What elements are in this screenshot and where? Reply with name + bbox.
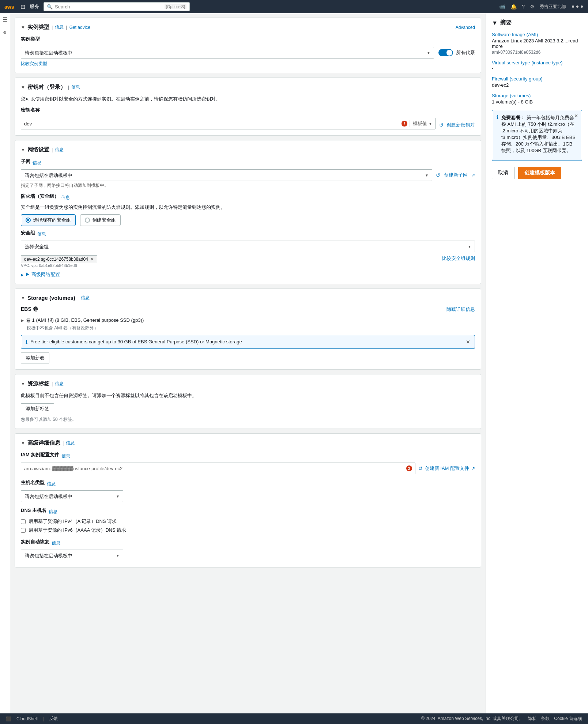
cancel-button[interactable]: 取消 — [492, 167, 514, 179]
bell-icon[interactable]: 🔔 — [510, 4, 517, 10]
hide-details-link[interactable]: 隐藏详细信息 — [446, 306, 475, 313]
summary-ami-link[interactable]: Software Image (AMI) — [492, 32, 538, 37]
compare-instance-link[interactable]: 比较实例类型 — [21, 61, 475, 67]
sg-tag-label: dev-ec2 sg-0cc1426758b38ad04 — [24, 257, 88, 262]
feedback-label[interactable]: 反馈 — [49, 716, 58, 722]
video-icon[interactable]: 📹 — [499, 4, 505, 10]
dns-info-link[interactable]: 信息 — [49, 509, 57, 515]
key-error-badge: ! — [402, 121, 407, 127]
nav-grid-icon[interactable]: ⊞ — [20, 3, 25, 10]
advanced-link[interactable]: Advanced — [456, 25, 475, 30]
instance-type-toggle[interactable]: ▼ — [21, 25, 25, 30]
radio-existing-sg[interactable]: 选择现有的安全组 — [21, 214, 76, 226]
dns-ipv6-checkbox[interactable] — [21, 528, 26, 533]
summary-vserver: Virtual server type (instance type) - — [492, 60, 582, 71]
volume-expand-icon[interactable]: ▶ — [21, 318, 24, 323]
question-icon[interactable]: ? — [522, 4, 525, 10]
hostname-info-link[interactable]: 信息 — [47, 481, 56, 487]
advanced-details-section: ▼ 高级详细信息 | 信息 IAM 实例配置文件 信息 2 — [15, 433, 481, 567]
sg-info-link[interactable]: 信息 — [37, 231, 46, 237]
summary-vserver-link[interactable]: Virtual server type (instance type) — [492, 60, 562, 65]
instance-type-field-label: 实例类型 — [21, 36, 40, 42]
storage-title: Storage (volumes) — [27, 295, 75, 301]
advanced-network-toggle[interactable]: ▶ ▶ 高级网络配置 — [21, 271, 475, 278]
free-tier-info-icon: ℹ — [497, 114, 498, 120]
hostname-label: 主机名类型 — [21, 479, 45, 486]
resource-tags-toggle[interactable]: ▼ — [21, 381, 25, 386]
search-bar[interactable]: 🔍 [Option+S] — [44, 2, 190, 11]
storage-banner-close-icon[interactable]: ✕ — [466, 339, 470, 345]
resource-tags-section: ▼ 资源标签 | 信息 此模板目前不包含任何资源标签。请添加一个资源标签以将其包… — [15, 374, 481, 429]
sidebar-toggle[interactable]: ☰ — [3, 16, 8, 23]
create-keypair-link[interactable]: 创建新密钥对 — [446, 122, 475, 128]
auto-recovery-select[interactable]: 请勿包括在启动模板中 — [21, 550, 123, 561]
summary-ami: Software Image (AMI) Amazon Linux 2023 A… — [492, 32, 582, 55]
free-tier-banner: ℹ 免费套餐： 第一年包括每月免费套餐 AMI 上的 750 小时 t2.mic… — [492, 110, 582, 161]
sg-tag-close-icon[interactable]: ✕ — [90, 257, 94, 262]
summary-storage-link[interactable]: Storage (volumes) — [492, 93, 531, 98]
network-info-link[interactable]: 信息 — [55, 147, 64, 153]
footer: ⬛ CloudShell | 反馈 © 2024, Amazon Web Ser… — [0, 713, 588, 724]
sg-select[interactable]: 选择安全组 — [21, 241, 475, 252]
resource-tags-info-link[interactable]: 信息 — [55, 381, 64, 387]
all-generation-label: 所有代系 — [456, 49, 475, 56]
sidebar-settings-icon[interactable]: ⚙ — [3, 30, 7, 35]
subnet-select[interactable]: 请勿包括在启动模板中 — [21, 169, 432, 181]
instance-type-section: ▼ 实例类型 | 信息 | Get advice Advanced 实例类型 — [15, 18, 481, 73]
summary-ami-id: ami-0730971bf8e0532d6 — [492, 50, 582, 55]
refresh-iam-icon[interactable]: ↺ — [418, 465, 423, 471]
key-pair-toggle[interactable]: ▼ — [21, 85, 25, 90]
form-area: ▼ 实例类型 | 信息 | Get advice Advanced 实例类型 — [10, 13, 486, 724]
chevron-right-icon: ▶ — [21, 273, 24, 277]
free-tier-body-text: 第一年包括每月免费套餐 AMI 上的 750 小时 t2.micro（在 t2.… — [501, 115, 576, 153]
radio-create-sg[interactable]: 创建安全组 — [80, 214, 121, 226]
iam-info-link[interactable]: 信息 — [61, 453, 70, 459]
instance-type-select[interactable]: 请勿包括在启动模板中 — [21, 47, 434, 59]
gear-icon[interactable]: ⚙ — [530, 4, 535, 10]
search-input[interactable] — [55, 4, 162, 10]
search-shortcut: [Option+S] — [165, 4, 186, 9]
cookie-link[interactable]: Cookie 首选项 — [554, 716, 582, 722]
nav-service-label[interactable]: 服务 — [30, 3, 39, 10]
storage-info-link[interactable]: 信息 — [81, 295, 90, 301]
dns-ipv4-checkbox[interactable] — [21, 519, 26, 524]
auto-recovery-info-link[interactable]: 信息 — [52, 540, 60, 546]
create-subnet-link[interactable]: 创建新子网 — [444, 172, 468, 178]
hostname-select[interactable]: 请勿包括在启动模板中 — [21, 490, 123, 502]
cloudshell-label[interactable]: CloudShell — [16, 716, 38, 721]
advanced-details-info-link[interactable]: 信息 — [66, 440, 75, 446]
refresh-subnet-icon[interactable]: ↺ — [436, 172, 440, 178]
summary-toggle-icon[interactable]: ▼ — [492, 20, 498, 26]
network-settings-section: ▼ 网络设置 | 信息 子网 信息 请勿包括在启动模板中 — [15, 140, 481, 284]
terms-link[interactable]: 条款 — [541, 716, 550, 722]
privacy-link[interactable]: 隐私 — [528, 716, 536, 722]
firewall-info-link[interactable]: 信息 — [61, 195, 70, 201]
advanced-details-toggle[interactable]: ▼ — [21, 441, 25, 446]
copyright-text: © 2024, Amazon Web Services, Inc. 或其关联公司… — [421, 716, 523, 722]
summary-firewall-link[interactable]: Firewall (security group) — [492, 76, 543, 82]
storage-toggle[interactable]: ▼ — [21, 295, 25, 301]
ad-separator: | — [63, 440, 64, 446]
instance-type-info-link[interactable]: 信息 — [55, 24, 64, 30]
create-iam-link[interactable]: 创建新 IAM 配置文件 — [425, 465, 469, 472]
add-volume-button[interactable]: 添加新卷 — [21, 352, 49, 363]
storage-info-icon: ℹ — [26, 339, 27, 345]
user-region[interactable]: 秀吉亚亚北部 — [540, 4, 566, 10]
advanced-details-title: 高级详细信息 — [27, 440, 60, 446]
all-generation-toggle-row: 所有代系 — [438, 49, 475, 56]
key-name-input[interactable] — [24, 121, 399, 127]
all-generation-toggle[interactable] — [438, 49, 453, 56]
volume-1-row: ▶ 卷 1 (AMI 根) (8 GiB, EBS, General purpo… — [21, 317, 475, 324]
create-template-button[interactable]: 创建模板版本 — [518, 167, 561, 179]
aws-logo[interactable]: aws — [4, 3, 16, 10]
compare-rules-link[interactable]: 比较安全组规则 — [442, 255, 475, 262]
template-value-dropdown[interactable]: 模板值 ▼ — [410, 120, 432, 127]
add-tag-button[interactable]: 添加新标签 — [21, 403, 54, 414]
subnet-info-link[interactable]: 信息 — [33, 160, 41, 166]
get-advice-link[interactable]: Get advice — [69, 25, 90, 30]
free-tier-close-icon[interactable]: ✕ — [574, 113, 578, 118]
key-pair-info-link[interactable]: 信息 — [71, 84, 80, 90]
iam-input[interactable] — [24, 466, 405, 471]
refresh-keypair-icon[interactable]: ↺ — [439, 122, 444, 128]
network-toggle[interactable]: ▼ — [21, 147, 25, 152]
